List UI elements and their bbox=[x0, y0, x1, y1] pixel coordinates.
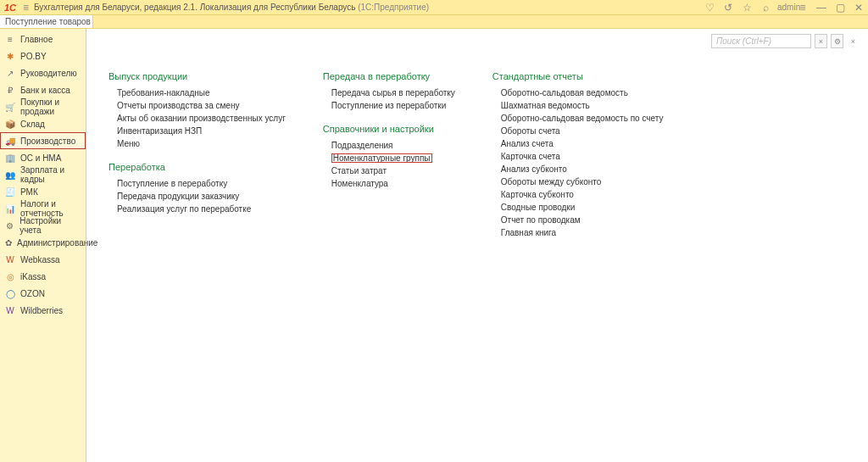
nav-link[interactable]: Передача сырья в переработку bbox=[331, 88, 455, 97]
prod-icon: 🚚 bbox=[5, 136, 15, 146]
list-item: Главная книга bbox=[492, 226, 664, 239]
stock-icon: 📦 bbox=[5, 119, 15, 129]
tab-label: Поступление товаров и услуг bbox=[5, 17, 93, 26]
nav-link[interactable]: Отчеты производства за смену bbox=[117, 101, 239, 110]
column-2: Стандартные отчетыОборотно-сальдовая вед… bbox=[492, 71, 664, 239]
search-settings-button[interactable]: ⚙ bbox=[831, 34, 843, 48]
nav-link[interactable]: Сводные проводки bbox=[501, 203, 576, 212]
sidebar-item-os[interactable]: 🏢ОС и НМА bbox=[0, 149, 86, 166]
nav-link[interactable]: Подразделения bbox=[331, 141, 393, 150]
nav-link[interactable]: Передача продукции заказчику bbox=[117, 192, 239, 201]
nav-link[interactable]: Анализ субконто bbox=[501, 164, 567, 174]
history-icon[interactable]: ↺ bbox=[721, 2, 735, 14]
list-item: Инвентаризация НЗП bbox=[108, 125, 286, 137]
column-1: Передача в переработкуПередача сырья в п… bbox=[323, 71, 455, 239]
nav-link[interactable]: Инвентаризация НЗП bbox=[117, 126, 202, 136]
sidebar-item-ozon[interactable]: ◯OZON bbox=[0, 285, 86, 302]
webkassa-icon: W bbox=[5, 254, 15, 264]
nav-link[interactable]: Отчет по проводкам bbox=[501, 215, 581, 225]
list-item: Анализ счета bbox=[492, 137, 664, 150]
group-title: Справочники и настройки bbox=[323, 124, 455, 134]
nav-link[interactable]: Карточка субконто bbox=[501, 190, 574, 199]
nav-link[interactable]: Поступление в переработку bbox=[117, 179, 227, 188]
sidebar-item-rmk[interactable]: 🧾РМК bbox=[0, 183, 86, 200]
nav-link[interactable]: Главная книга bbox=[501, 228, 556, 237]
sidebar-item-salary[interactable]: 👥Зарплата и кадры bbox=[0, 166, 86, 183]
sidebar-item-label: Банк и касса bbox=[20, 86, 70, 95]
link-list: Передача сырья в переработкуПоступление … bbox=[323, 86, 455, 112]
sidebar-item-label: Налоги и отчетность bbox=[20, 199, 81, 218]
close-icon[interactable]: ✕ bbox=[852, 2, 865, 14]
nav-link[interactable]: Обороты между субконто bbox=[501, 177, 602, 186]
list-item: Анализ субконто bbox=[492, 163, 664, 175]
list-item: Отчеты производства за смену bbox=[108, 99, 286, 112]
nav-link[interactable]: Обороты счета bbox=[501, 126, 560, 136]
sidebar-item-label: Wildberries bbox=[20, 306, 63, 315]
link-list: Оборотно-сальдовая ведомостьШахматная ве… bbox=[492, 86, 664, 239]
sidebar-item-ikassa[interactable]: ◎iKassa bbox=[0, 268, 86, 285]
sidebar-item-admin[interactable]: ✿Администрирование bbox=[0, 234, 86, 251]
sidebar-item-main[interactable]: ≡Главное bbox=[0, 31, 86, 47]
menu-more-icon[interactable]: ≡ bbox=[796, 2, 810, 14]
main-icon: ≡ bbox=[5, 34, 15, 44]
nav-link[interactable]: Поступление из переработки bbox=[331, 101, 446, 110]
sidebar-item-leader[interactable]: ↗Руководителю bbox=[0, 64, 86, 81]
list-item: Акты об оказании производственных услуг bbox=[108, 112, 286, 125]
nav-link[interactable]: Номенклатура bbox=[331, 179, 388, 188]
salary-icon: 👥 bbox=[5, 170, 15, 180]
list-item: Карточка счета bbox=[492, 150, 664, 163]
nav-link[interactable]: Реализация услуг по переработке bbox=[117, 204, 251, 214]
sidebar-item-bank[interactable]: ₽Банк и касса bbox=[0, 81, 86, 98]
link-list: ПодразделенияНоменклатурные группыСтатьи… bbox=[323, 139, 455, 190]
sidebar-item-label: РМК bbox=[20, 187, 38, 197]
minimize-icon[interactable]: — bbox=[815, 2, 828, 14]
column-0: Выпуск продукцииТребования-накладныеОтче… bbox=[108, 71, 286, 239]
bell-icon[interactable]: ♡ bbox=[703, 2, 716, 14]
sidebar-item-poby[interactable]: ✱PO.BY bbox=[0, 47, 86, 64]
search-clear-button[interactable]: × bbox=[815, 34, 827, 48]
nav-link[interactable]: Статьи затрат bbox=[331, 166, 387, 175]
nav-link[interactable]: Номенклатурные группы bbox=[331, 153, 432, 163]
sidebar-item-settings[interactable]: ⚙Настройки учета bbox=[0, 217, 86, 234]
nav-link[interactable]: Анализ счета bbox=[501, 139, 554, 148]
app-logo-icon: 1C bbox=[3, 2, 18, 14]
panel-close-button[interactable]: × bbox=[847, 34, 860, 48]
tax-icon: 📊 bbox=[5, 203, 15, 214]
list-item: Поступление из переработки bbox=[323, 99, 455, 112]
sidebar-item-prod[interactable]: 🚚Производство bbox=[0, 132, 86, 149]
sidebar-item-wb[interactable]: WWildberries bbox=[0, 302, 86, 319]
list-item: Обороты между субконто bbox=[492, 175, 664, 188]
nav-link[interactable]: Меню bbox=[117, 139, 140, 148]
sidebar-item-label: iKassa bbox=[20, 272, 46, 281]
sidebar-item-stock[interactable]: 📦Склад bbox=[0, 115, 86, 132]
sidebar-item-tax[interactable]: 📊Налоги и отчетность bbox=[0, 200, 86, 217]
sidebar-item-label: PO.BY bbox=[20, 52, 47, 61]
nav-link[interactable]: Карточка счета bbox=[501, 152, 560, 161]
search-input[interactable] bbox=[711, 34, 811, 48]
nav-link[interactable]: Шахматная ведомость bbox=[501, 101, 590, 110]
list-item: Номенклатурные группы bbox=[323, 152, 455, 164]
sidebar-item-label: Производство bbox=[20, 136, 75, 146]
user-name[interactable]: admin bbox=[777, 3, 791, 12]
nav-link[interactable]: Оборотно-сальдовая ведомость по счету bbox=[501, 114, 664, 123]
leader-icon: ↗ bbox=[5, 68, 15, 78]
list-item: Передача продукции заказчику bbox=[108, 190, 286, 203]
list-item: Шахматная ведомость bbox=[492, 99, 664, 112]
group-title: Передача в переработку bbox=[323, 71, 455, 81]
settings-icon: ⚙ bbox=[5, 220, 14, 231]
sidebar-item-webkassa[interactable]: WWebkassa bbox=[0, 251, 86, 268]
poby-icon: ✱ bbox=[5, 51, 15, 61]
star-icon[interactable]: ☆ bbox=[740, 2, 754, 14]
hamburger-icon[interactable]: ≡ bbox=[23, 2, 29, 14]
sidebar-item-label: Главное bbox=[20, 35, 53, 44]
search-icon[interactable]: ⌕ bbox=[759, 2, 772, 14]
tab-item[interactable]: Поступление товаров и услуг bbox=[0, 15, 93, 28]
nav-link[interactable]: Требования-накладные bbox=[117, 88, 210, 97]
list-item: Сводные проводки bbox=[492, 201, 664, 214]
maximize-icon[interactable]: ▢ bbox=[833, 2, 847, 14]
list-item: Подразделения bbox=[323, 139, 455, 152]
nav-link[interactable]: Оборотно-сальдовая ведомость bbox=[501, 88, 628, 97]
sidebar-item-sales[interactable]: 🛒Покупки и продажи bbox=[0, 98, 86, 115]
link-list: Требования-накладныеОтчеты производства … bbox=[108, 86, 286, 150]
nav-link[interactable]: Акты об оказании производственных услуг bbox=[117, 114, 286, 123]
